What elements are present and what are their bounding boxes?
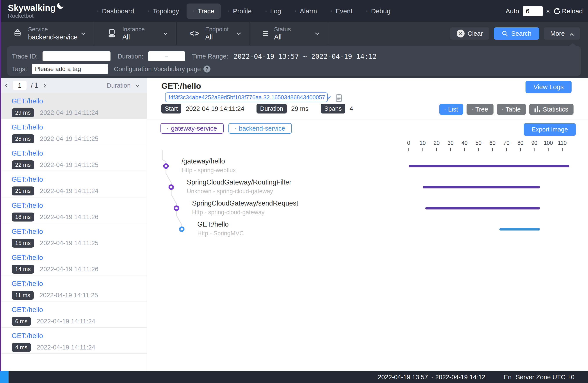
axis-tick: 50 (476, 140, 482, 151)
span-duration-bar[interactable] (423, 186, 540, 188)
axis-tick-label: 40 (462, 140, 468, 146)
duration-badge: 14 ms (12, 265, 34, 274)
view-logs-button[interactable]: View Logs (525, 81, 571, 93)
axis-tick: 60 (489, 140, 496, 151)
axis-tick-label: 60 (489, 140, 496, 146)
service-tag[interactable]: backend-service (229, 123, 292, 134)
trace-list-item[interactable]: GET:/hello 14 ms 2022-04-19 14:11:26 (0, 249, 147, 275)
nav-item[interactable]: Topology (142, 3, 186, 19)
axis-tick-label: 100 (544, 140, 553, 146)
trace-list-header: / 1 Duration (0, 78, 147, 93)
nav-item[interactable]: Dashboard (91, 3, 141, 19)
axis-tick-label: 110 (558, 140, 567, 146)
page-next-icon[interactable] (42, 83, 46, 87)
service-tag-label: gateway-service (171, 125, 217, 132)
view-button-table[interactable]: Table (497, 104, 526, 115)
clear-button[interactable]: ✕ Clear (450, 27, 489, 40)
status-selector[interactable]: Status All (250, 22, 328, 45)
span-node-icon (174, 206, 178, 210)
brand-subtitle: Rocketbot (8, 13, 64, 19)
time-range-label: Time Range: (192, 53, 228, 60)
trace-list-item[interactable]: GET:/hello 18 ms 2022-04-19 14:11:26 (0, 197, 147, 223)
endpoint-selector[interactable]: <> Endpoint All (177, 22, 250, 45)
page-prev-icon[interactable] (5, 83, 9, 87)
service-tag[interactable]: gateway-service (161, 123, 224, 134)
nav-item-label: Trace (198, 7, 214, 15)
header-divider (147, 119, 588, 120)
time-range-value[interactable]: 2022-04-19 13:57 ~ 2022-04-19 14:12 (233, 52, 377, 60)
page-number-input[interactable] (13, 81, 26, 90)
brand-logo[interactable]: Skywalking Rocketbot (8, 3, 64, 19)
trace-list-item[interactable]: GET:/hello 29 ms 2022-04-19 14:11:24 (0, 93, 147, 119)
span-component: Unknown - spring-cloud-gateway (187, 188, 273, 195)
span-component: Http - spring-webflux (182, 167, 236, 174)
reload-label: Reload (562, 7, 583, 15)
trace-id-input[interactable] (42, 51, 110, 61)
axis-tick: 90 (531, 140, 537, 151)
search-button[interactable]: Search (494, 27, 539, 40)
tags-input[interactable] (32, 64, 108, 74)
trace-item-title: GET:/hello (12, 97, 147, 105)
trace-item-title: GET:/hello (12, 280, 147, 288)
more-label: More (550, 30, 565, 37)
more-button[interactable]: More (544, 27, 580, 40)
server-zone[interactable]: Server Zone UTC +0 (516, 373, 574, 381)
nav-item[interactable]: Event (324, 3, 359, 19)
nav-item[interactable]: Profile (222, 3, 258, 19)
sort-dropdown[interactable]: Duration (106, 82, 139, 89)
span-duration-bar[interactable] (409, 165, 569, 167)
dot-icon (331, 11, 332, 12)
service-selector[interactable]: Service backend-service (0, 22, 94, 45)
auto-interval-input[interactable] (523, 6, 543, 16)
trace-id-dropdown[interactable]: f4f3f3c34abe4252a89d5bf103f776aa.32.1650… (165, 92, 328, 102)
axis-tick: 20 (433, 140, 440, 151)
nav-item[interactable]: Trace (187, 3, 221, 19)
nav-item[interactable]: Debug (360, 3, 397, 19)
trace-item-title: GET:/hello (12, 202, 147, 209)
view-button-list[interactable]: List (439, 104, 463, 115)
nav-item-label: Alarm (300, 7, 317, 15)
trace-timestamp: 2022-04-19 14:11:25 (40, 135, 98, 142)
trace-item-title: GET:/hello (12, 332, 147, 340)
chevron-up-icon (570, 33, 574, 37)
duration-badge: 28 ms (12, 134, 34, 143)
trace-list: GET:/hello 29 ms 2022-04-19 14:11:24 GET… (0, 93, 147, 354)
trace-timestamp: 2022-04-19 14:11:26 (40, 213, 98, 221)
trace-list-item[interactable]: GET:/hello 11 ms 2022-04-19 14:11:25 (0, 275, 147, 302)
span-duration-bar[interactable] (425, 207, 540, 209)
trace-list-item[interactable]: GET:/hello 22 ms 2022-04-19 14:11:25 (0, 145, 147, 171)
statistics-bars-icon (534, 106, 540, 112)
help-icon[interactable]: ? (204, 65, 210, 73)
trace-list-item[interactable]: GET:/hello 15 ms 2022-04-19 14:11:25 (0, 223, 147, 249)
span-name[interactable]: GET:/hello (197, 221, 229, 228)
axis-tick: 110 (558, 140, 567, 151)
nav-item[interactable]: Alarm (289, 3, 323, 19)
trace-list-item[interactable]: GET:/hello 28 ms 2022-04-19 14:11:25 (0, 119, 147, 145)
view-button-statistics[interactable]: Statistics (529, 104, 573, 115)
vocabulary-link[interactable]: Configuration Vocabulary page (114, 65, 201, 73)
reload-button[interactable]: Reload (553, 7, 583, 15)
language-switch[interactable]: En (504, 373, 511, 381)
instance-selector[interactable]: Instance All (94, 22, 177, 45)
span-duration-bar[interactable] (499, 228, 540, 230)
axis-tick: 30 (447, 140, 454, 151)
trace-timestamp: 2022-04-19 14:11:25 (40, 292, 98, 299)
duration-badge: Duration (256, 104, 287, 114)
top-nav: Skywalking Rocketbot Dashboard Topology … (0, 0, 588, 22)
trace-list-item[interactable]: GET:/hello 21 ms 2022-04-19 14:11:24 (0, 171, 147, 197)
trace-timestamp: 2022-04-19 14:11:24 (37, 344, 95, 351)
trace-list-item[interactable]: GET:/hello 4 ms 2022-04-19 14:11:24 (0, 328, 147, 354)
corner-widget[interactable] (0, 371, 9, 383)
duration-input[interactable] (148, 51, 185, 61)
span-name[interactable]: SpringCloudGateway/sendRequest (192, 199, 298, 207)
copy-clipboard-icon[interactable] (335, 93, 343, 103)
start-badge: Start (161, 104, 181, 114)
view-button-tree[interactable]: Tree (466, 104, 494, 115)
span-name[interactable]: /gateway/hello (182, 157, 225, 165)
trace-list-item[interactable]: GET:/hello 6 ms 2022-04-19 14:11:24 (0, 302, 147, 328)
span-name[interactable]: SpringCloudGateway/RoutingFilter (187, 178, 291, 186)
nav-item[interactable]: Log (259, 3, 288, 19)
export-image-button[interactable]: Export image (524, 123, 576, 136)
span-node-icon (164, 164, 168, 168)
more-panel: Trace ID: Duration: Time Range: 2022-04-… (7, 46, 581, 76)
